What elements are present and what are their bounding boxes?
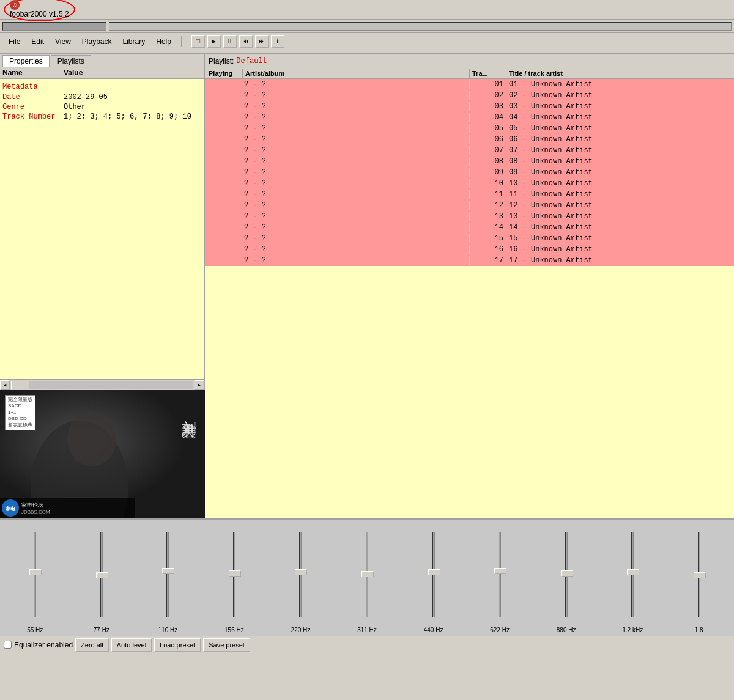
playlist-row[interactable]: ? - ? 12 12 - Unknown Artist [205,200,734,211]
row-title: 02 - Unknown Artist [506,91,734,100]
eq-labels-row: 55 Hz77 Hz110 Hz156 Hz220 Hz311 Hz440 Hz… [0,627,734,636]
left-panel: Properties Playlists Name Value Metadata… [0,54,205,518]
playlist-row[interactable]: ? - ? 08 08 - Unknown Artist [205,156,734,167]
eq-slider-thumb[interactable] [627,569,639,575]
menu-playback[interactable]: Playback [77,36,117,47]
eq-slider-thumb[interactable] [494,568,506,574]
eq-slider-thumb[interactable] [428,569,440,575]
row-title: 17 - Unknown Artist [506,256,734,265]
eq-band-10 [666,525,732,624]
eq-slider-thumb[interactable] [162,568,174,574]
playlist-row[interactable]: ? - ? 16 16 - Unknown Artist [205,244,734,255]
title-highlight: ♫ foobar2000 v1.5.2 [4,0,75,21]
auto-level-button[interactable]: Auto level [111,638,152,652]
row-artist: ? - ? [242,256,470,265]
menu-library[interactable]: Library [118,36,150,47]
eq-slider-container[interactable] [69,525,135,624]
playlist-row[interactable]: ? - ? 09 09 - Unknown Artist [205,167,734,178]
eq-slider-thumb[interactable] [561,570,573,577]
save-preset-button[interactable]: Save preset [203,638,250,652]
tab-playlists[interactable]: Playlists [51,55,91,67]
row-artist: ? - ? [242,190,470,199]
eq-slider-track [499,532,501,617]
row-artist: ? - ? [242,102,470,111]
tab-properties[interactable]: Properties [2,55,50,67]
svg-text:家电: 家电 [6,506,16,512]
eq-slider-track [34,532,36,617]
menu-bar: File Edit View Playback Library Help □ ▶… [0,33,734,50]
playlist-row[interactable]: ? - ? 14 14 - Unknown Artist [205,222,734,233]
eq-slider-container[interactable] [600,525,665,624]
metadata-section: Metadata [2,81,202,92]
info-button[interactable]: ℹ [271,35,284,48]
menu-edit[interactable]: Edit [26,36,49,47]
stop-button[interactable]: □ [191,35,205,48]
scroll-thumb[interactable] [11,381,29,389]
zero-all-button[interactable]: Zero all [75,638,109,652]
eq-slider-thumb[interactable] [229,570,241,577]
row-title: 01 - Unknown Artist [506,80,734,89]
playlist-row[interactable]: ? - ? 13 13 - Unknown Artist [205,211,734,222]
row-artist: ? - ? [242,234,470,243]
eq-slider-container[interactable] [335,525,400,624]
row-track: 09 [470,168,506,177]
row-track: 02 [470,91,506,100]
row-artist: ? - ? [242,168,470,177]
playlist-row[interactable]: ? - ? 10 10 - Unknown Artist [205,178,734,189]
left-scrollbar[interactable]: ◀ ▶ [0,379,204,390]
eq-slider-container[interactable] [202,525,267,624]
playlist-row[interactable]: ? - ? 11 11 - Unknown Artist [205,189,734,200]
eq-enabled-checkbox[interactable] [4,641,12,649]
row-track: 14 [470,223,506,232]
header-value: Value [64,68,83,77]
row-artist: ? - ? [242,223,470,232]
load-preset-button[interactable]: Load preset [154,638,201,652]
playlist-row[interactable]: ? - ? 01 01 - Unknown Artist [205,79,734,90]
scroll-left-btn[interactable]: ◀ [0,380,10,390]
eq-slider-container[interactable] [666,525,732,624]
row-title: 04 - Unknown Artist [506,113,734,122]
seek-bar-left[interactable] [2,22,106,31]
scroll-track[interactable] [11,381,193,389]
eq-slider-container[interactable] [533,525,599,624]
eq-slider-thumb[interactable] [29,569,42,575]
playlist-row[interactable]: ? - ? 17 17 - Unknown Artist [205,255,734,266]
playlist-row[interactable]: ? - ? 03 03 - Unknown Artist [205,101,734,112]
header-name: Name [2,68,64,77]
prop-genre: Genre Other [2,102,202,112]
row-artist: ? - ? [242,212,470,221]
eq-slider-container[interactable] [467,525,533,624]
prev-button[interactable]: ⏮ [239,35,253,48]
next-button[interactable]: ⏭ [255,35,269,48]
menu-file[interactable]: File [4,36,25,47]
menu-help[interactable]: Help [151,36,176,47]
album-art-placeholder: 完全限量版 SACD 1+1 DSD CD 超完真绝典 刘美君 家电 [0,390,205,518]
album-bottom-logo: 家电 家电论坛 JDBBS.COM [2,499,133,517]
eq-controls: Equalizer enabled Zero all Auto level Lo… [0,636,734,653]
eq-slider-container[interactable] [268,525,333,624]
album-bottom-banner: 家电 家电论坛 JDBBS.COM [0,498,135,518]
eq-slider-thumb[interactable] [694,572,706,578]
eq-slider-thumb[interactable] [295,569,307,575]
playlist-row[interactable]: ? - ? 06 06 - Unknown Artist [205,134,734,145]
playlist-row[interactable]: ? - ? 05 05 - Unknown Artist [205,123,734,134]
eq-freq-label-0: 55 Hz [2,627,68,633]
eq-slider-thumb[interactable] [96,572,108,578]
pause-button[interactable]: ⏸ [223,35,237,48]
seek-bar-right[interactable] [109,22,732,31]
seek-area [0,20,734,33]
eq-slider-container[interactable] [135,525,201,624]
playlist-row[interactable]: ? - ? 07 07 - Unknown Artist [205,145,734,156]
eq-sliders [0,520,734,627]
eq-slider-container[interactable] [401,525,466,624]
play-button[interactable]: ▶ [207,35,221,48]
scroll-right-btn[interactable]: ▶ [195,380,204,390]
eq-slider-track [166,532,169,617]
playlist-row[interactable]: ? - ? 15 15 - Unknown Artist [205,233,734,244]
eq-slider-thumb[interactable] [361,571,374,577]
playlist-row[interactable]: ? - ? 02 02 - Unknown Artist [205,90,734,101]
playlist-row[interactable]: ? - ? 04 04 - Unknown Artist [205,112,734,123]
eq-slider-container[interactable] [2,525,68,624]
menu-view[interactable]: View [50,36,76,47]
col-header-playing: Playing [206,69,243,78]
